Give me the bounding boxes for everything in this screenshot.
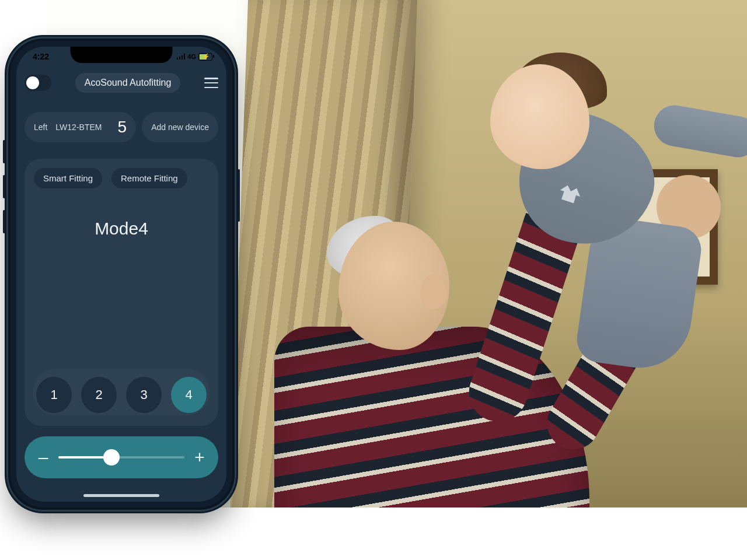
device-chip[interactable]: Left LW12-BTEM 5 [25, 112, 136, 142]
menu-icon[interactable] [204, 78, 218, 88]
battery-icon: ⚡ [198, 53, 212, 61]
device-level: 5 [114, 118, 127, 136]
signal-icon [177, 54, 186, 60]
mode-button-3[interactable]: 3 [126, 377, 162, 413]
volume-plus-button[interactable]: + [193, 449, 207, 466]
app-title[interactable]: AcoSound Autofitting [75, 73, 181, 93]
mode-button-4[interactable]: 4 [171, 377, 207, 413]
network-label: 4G [187, 53, 196, 60]
volume-thumb[interactable] [103, 449, 120, 466]
device-side: Left [34, 123, 47, 132]
tab-smart-fitting[interactable]: Smart Fitting [34, 168, 102, 188]
volume-slider[interactable]: – + [25, 436, 218, 478]
power-toggle[interactable] [25, 75, 51, 91]
volume-minus-button[interactable]: – [36, 449, 50, 466]
phone-frame: 4:22 4G ⚡ AcoSound Autofitting Left LW12… [11, 41, 232, 508]
add-device-button[interactable]: Add new device [142, 112, 218, 142]
current-mode-label: Mode4 [34, 219, 209, 239]
phone-screen: 4:22 4G ⚡ AcoSound Autofitting Left LW12… [16, 47, 226, 502]
mode-selector: 1 2 3 4 [33, 369, 210, 415]
status-time: 4:22 [33, 52, 49, 61]
volume-track[interactable] [58, 456, 184, 459]
status-bar: 4:22 4G ⚡ [16, 50, 226, 63]
add-device-label: Add new device [151, 123, 209, 132]
mode-button-2[interactable]: 2 [81, 377, 117, 413]
home-indicator[interactable] [83, 494, 159, 497]
device-model: LW12-BTEM [55, 123, 102, 132]
mode-button-1[interactable]: 1 [36, 377, 72, 413]
tab-remote-fitting[interactable]: Remote Fitting [111, 168, 187, 188]
fitting-card: Smart Fitting Remote Fitting Mode4 1 2 3… [25, 159, 218, 426]
